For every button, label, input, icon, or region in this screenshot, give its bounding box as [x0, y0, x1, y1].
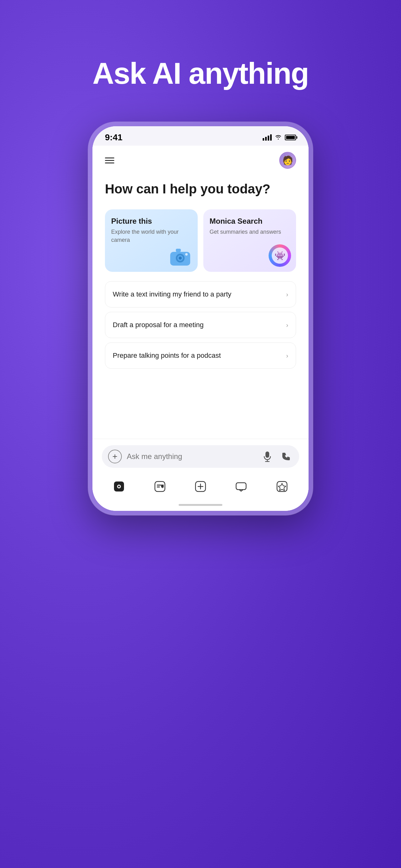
bookmarks-nav-icon — [276, 480, 288, 493]
feature-card-picture-this[interactable]: Picture this Explore the world with your… — [105, 209, 198, 272]
nav-item-add[interactable] — [189, 478, 212, 495]
chat-nav-icon — [154, 480, 166, 493]
nav-item-messages[interactable] — [230, 478, 252, 495]
svg-rect-14 — [157, 487, 160, 488]
suggestion-item-1[interactable]: Write a text inviting my friend to a par… — [105, 281, 296, 307]
nav-item-chat[interactable] — [149, 478, 171, 495]
camera-icon — [169, 246, 192, 266]
input-container: + — [102, 445, 299, 468]
suggestion-item-3[interactable]: Prepare talking points for a podcast › — [105, 342, 296, 369]
svg-point-5 — [185, 253, 188, 256]
nav-item-home[interactable] — [108, 478, 130, 495]
home-nav-icon — [113, 480, 125, 493]
app-content: 🧑 How can I help you today? Picture this… — [93, 146, 308, 511]
signal-icon — [263, 134, 272, 141]
suggestion-item-2[interactable]: Draft a proposal for a meeting › — [105, 312, 296, 338]
menu-button[interactable] — [105, 157, 114, 163]
avatar[interactable]: 🧑 — [279, 152, 296, 169]
bottom-nav — [93, 473, 308, 501]
status-bar: 9:41 — [93, 126, 308, 146]
bottom-input-area: + — [93, 439, 308, 473]
battery-icon — [285, 135, 296, 140]
home-indicator — [93, 501, 308, 511]
status-time: 9:41 — [105, 132, 123, 143]
nav-item-bookmarks[interactable] — [271, 478, 293, 495]
chevron-icon-3: › — [286, 352, 288, 359]
suggestion-text-2: Draft a proposal for a meeting — [113, 321, 204, 329]
microphone-icon — [263, 451, 272, 462]
svg-rect-13 — [157, 485, 161, 486]
plus-icon: + — [112, 452, 118, 461]
home-bar — [179, 504, 222, 506]
svg-marker-20 — [278, 484, 286, 491]
greeting-text: How can I help you today? — [105, 181, 296, 197]
monica-search-title: Monica Search — [209, 217, 290, 226]
top-bar: 🧑 — [93, 146, 308, 172]
chevron-icon-1: › — [286, 291, 288, 298]
suggestion-text-1: Write a text inviting my friend to a par… — [113, 290, 231, 299]
phone-icon — [281, 452, 291, 461]
chat-input[interactable] — [127, 452, 256, 461]
svg-rect-18 — [236, 483, 246, 490]
messages-nav-icon — [235, 480, 247, 493]
feature-card-monica-search[interactable]: Monica Search Get summaries and answers … — [203, 209, 296, 272]
status-icons — [263, 134, 296, 141]
wifi-icon — [275, 134, 282, 141]
feature-cards: Picture this Explore the world with your… — [93, 203, 308, 278]
svg-point-3 — [179, 256, 182, 260]
add-button[interactable]: + — [108, 450, 122, 463]
microphone-button[interactable] — [261, 450, 274, 463]
svg-rect-6 — [265, 452, 269, 458]
add-nav-icon — [194, 480, 207, 493]
picture-this-desc: Explore the world with your camera — [111, 228, 192, 244]
monica-icon: 👾 — [269, 244, 291, 267]
hero-title: Ask AI anything — [93, 56, 308, 91]
svg-point-11 — [118, 486, 120, 488]
chevron-icon-2: › — [286, 321, 288, 329]
suggestion-text-3: Prepare talking points for a podcast — [113, 351, 221, 360]
monica-search-desc: Get summaries and answers — [209, 228, 290, 236]
greeting-section: How can I help you today? — [93, 172, 308, 203]
phone-frame: 9:41 — [88, 122, 313, 515]
phone-button[interactable] — [279, 450, 293, 463]
svg-rect-4 — [176, 249, 181, 252]
suggestions-list: Write a text inviting my friend to a par… — [93, 278, 308, 376]
content-spacer — [93, 376, 308, 439]
picture-this-title: Picture this — [111, 217, 192, 226]
